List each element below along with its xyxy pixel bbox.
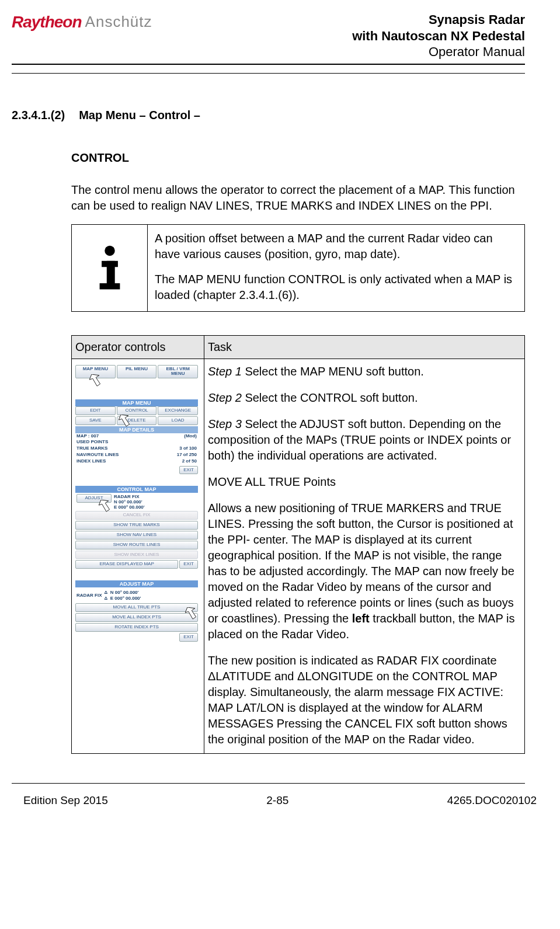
ops-head-col2: Task	[204, 335, 525, 359]
step2-label: Step 2	[208, 391, 242, 404]
control-button[interactable]: CONTROL	[117, 406, 157, 415]
section-number: 2.3.4.1.(2)	[12, 109, 65, 122]
footer-center: 2-85	[266, 794, 288, 807]
radar-fix-label: RADAR FIX	[114, 494, 140, 499]
move-all-true-pts-button[interactable]: MOVE ALL TRUE PTS	[75, 603, 198, 612]
adjust-lon: E 000° 00.000'	[110, 596, 141, 601]
show-index-lines-button[interactable]: SHOW INDEX LINES	[75, 551, 198, 559]
rotate-index-pts-button[interactable]: ROTATE INDEX PTS	[75, 623, 198, 632]
doc-title-line2: with Nautoscan NX Pedestal	[352, 28, 525, 44]
section-heading: 2.3.4.1.(2) Map Menu – Control –	[12, 109, 525, 122]
radar-fix-lat: N 00° 00.000'	[114, 499, 142, 504]
step3-text: Select the ADJUST soft button. Depending…	[208, 417, 511, 462]
logo-raytheon: Raytheon	[12, 13, 82, 32]
header-rule-thick	[12, 64, 525, 65]
ebl-vrm-menu-button[interactable]: EBL / VRM MENU	[158, 365, 198, 379]
doc-title-line1: Synapsis Radar	[352, 12, 525, 28]
info-icon	[89, 245, 130, 291]
exit-button[interactable]: EXIT	[179, 560, 198, 569]
move-true-p2: The new position is indicated as RADAR F…	[208, 653, 519, 747]
mini-map-menu: MAP MENU EDIT CONTROL EXCHANGE SAVE DELE…	[75, 390, 198, 474]
info-p1: A position offset between a MAP and the …	[155, 231, 517, 262]
detail-row: NAV/ROUTE LINES17 of 250	[75, 452, 198, 458]
adjust-map-title: ADJUST MAP	[75, 580, 198, 587]
exit-button[interactable]: EXIT	[179, 466, 198, 475]
map-menu-title: MAP MENU	[75, 399, 198, 406]
move-true-heading: MOVE ALL TRUE Points	[208, 474, 519, 490]
footer-left: Edition Sep 2015	[23, 794, 108, 807]
logo-anschutz: Anschütz	[85, 13, 152, 31]
move-true-p1: Allows a new positioning of TRUE MARKERS…	[208, 500, 519, 642]
doc-title: Synapsis Radar with Nautoscan NX Pedesta…	[352, 12, 525, 60]
step2-text: Select the CONTROL soft button.	[242, 391, 418, 404]
task-cell: Step 1 Select the MAP MENU soft button. …	[204, 359, 525, 753]
mini-top-menu: MAP MENU PIL MENU EBL / VRM MENU	[75, 365, 198, 379]
page-footer: Edition Sep 2015 2-85 4265.DOC020102	[0, 793, 560, 816]
detail-row: MAP : 007(Mod)	[75, 433, 198, 440]
adjust-button[interactable]: ADJUST	[76, 494, 112, 503]
step1-label: Step 1	[208, 365, 242, 378]
exchange-button[interactable]: EXCHANGE	[158, 406, 198, 415]
move-all-index-pts-button[interactable]: MOVE ALL INDEX PTS	[75, 613, 198, 622]
radar-fix-lon: E 000° 00.000'	[114, 504, 145, 510]
page-header: Raytheon Anschütz Synapsis Radar with Na…	[12, 12, 525, 60]
svg-rect-2	[106, 260, 114, 285]
show-route-lines-button[interactable]: SHOW ROUTE LINES	[75, 541, 198, 549]
ops-head-col1: Operator controls	[72, 335, 204, 359]
detail-row: USED POINTS	[75, 439, 198, 446]
svg-point-0	[105, 245, 114, 255]
cancel-fix-button[interactable]: CANCEL FIX	[75, 511, 198, 520]
footer-rule	[12, 783, 525, 784]
intro-paragraph: The control menu allows the operator to …	[71, 182, 525, 214]
footer-right: 4265.DOC020102	[447, 794, 537, 807]
control-map-title: CONTROL MAP	[75, 486, 198, 493]
svg-rect-3	[99, 283, 120, 289]
section-title: Map Menu – Control –	[79, 109, 200, 122]
step3-label: Step 3	[208, 417, 242, 430]
map-menu-button[interactable]: MAP MENU	[75, 365, 116, 379]
save-button[interactable]: SAVE	[75, 416, 116, 425]
map-details-title: MAP DETAILS	[75, 426, 198, 433]
show-nav-lines-button[interactable]: SHOW NAV LINES	[75, 531, 198, 540]
info-box: A position offset between a MAP and the …	[71, 224, 525, 312]
info-icon-cell	[72, 225, 148, 311]
radar-fix-label: RADAR FIX	[76, 593, 102, 598]
mini-adjust-map: ADJUST MAP RADAR FIX Δ N 00° 00.000' Δ E…	[75, 580, 198, 641]
control-heading: CONTROL	[71, 151, 525, 165]
load-button[interactable]: LOAD	[158, 416, 198, 425]
show-true-marks-button[interactable]: SHOW TRUE MARKS	[75, 521, 198, 530]
erase-displayed-map-button[interactable]: ERASE DISPLAYED MAP	[75, 560, 178, 569]
delete-button[interactable]: DELETE	[117, 416, 157, 425]
exit-button[interactable]: EXIT	[179, 633, 198, 642]
detail-row: TRUE MARKS3 of 100	[75, 446, 198, 452]
step1-text: Select the MAP MENU soft button.	[242, 365, 424, 378]
detail-row: INDEX LINES2 of 50	[75, 458, 198, 465]
mini-control-map: CONTROL MAP ADJUST RADAR FIX N 00° 00.00…	[75, 486, 198, 569]
ops-table: Operator controls Task MAP MENU PIL MENU…	[71, 335, 525, 754]
header-rule-thin	[12, 73, 525, 74]
brand-logo: Raytheon Anschütz	[12, 12, 152, 32]
ops-controls-cell: MAP MENU PIL MENU EBL / VRM MENU MAP MEN…	[72, 359, 204, 753]
info-text: A position offset between a MAP and the …	[148, 225, 524, 311]
info-p2: The MAP MENU function CONTROL is only ac…	[155, 272, 517, 303]
doc-title-line3: Operator Manual	[352, 44, 525, 60]
edit-button[interactable]: EDIT	[75, 406, 116, 415]
pil-menu-button[interactable]: PIL MENU	[117, 365, 157, 379]
adjust-lat: N 00° 00.000'	[110, 590, 139, 595]
